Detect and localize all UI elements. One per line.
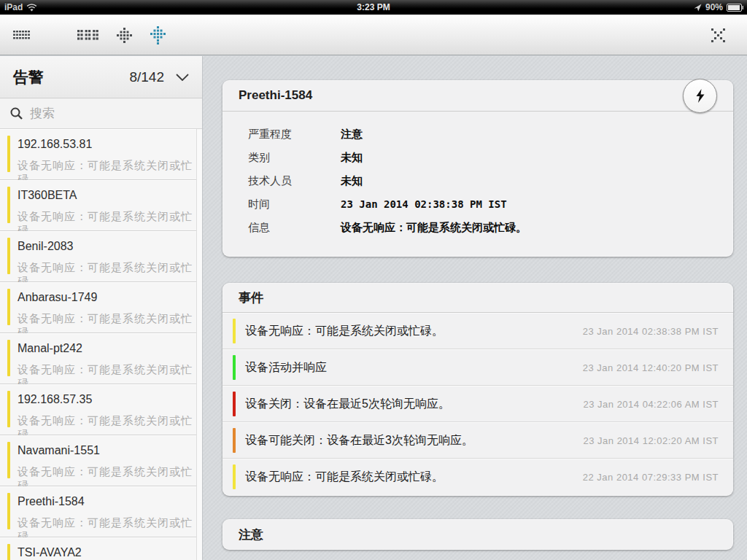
event-list: 设备无响应：可能是系统关闭或忙碌。 23 Jan 2014 02:38:38 P… [222,313,733,495]
device-name: Benil-2083 [18,240,74,253]
notes-card-header: 注意 [222,519,733,550]
field-label: 信息 [248,221,341,235]
notes-title: 注意 [239,526,263,543]
expand-button[interactable] [702,19,734,51]
event-timestamp: 22 Jan 2014 07:29:33 PM IST [583,472,719,483]
event-timestamp: 23 Jan 2014 12:40:20 PM IST [583,362,719,373]
toolbar [0,15,747,55]
event-message: 设备无响应：可能是系统关闭或忙碌。 [245,470,444,485]
severity-bar [7,493,10,529]
topology-view-button[interactable] [142,19,174,51]
device-name: 192.168.53.81 [18,138,92,151]
list-dots-icon [13,31,31,39]
detail-card-header: Preethi-1584 [222,80,733,112]
severity-bar [7,136,10,172]
field-value: 未知 [341,174,363,188]
location-icon [694,4,702,12]
event-severity-bar [233,464,236,489]
device-title: Preethi-1584 [239,88,312,103]
device-name: Navamani-1551 [18,444,100,457]
filter-dropdown-button[interactable] [176,74,189,81]
search-bar [0,98,202,129]
alarm-sidebar: 告警 8/142 192.168.53.81 设备无响应：可能是系统关闭或忙碌。… [0,56,203,560]
detail-field-row: 严重程度 注意 [248,122,733,146]
field-label: 严重程度 [248,128,341,141]
field-value: 未知 [341,151,363,165]
device-name: TSI-AVAYA2 [18,546,82,559]
notes-card[interactable]: 注意 [222,519,733,550]
event-timestamp: 23 Jan 2014 04:22:06 AM IST [583,398,719,409]
device-name: Manal-pt242 [18,342,82,355]
severity-bar [7,442,10,478]
alarm-list-item[interactable]: 192.168.53.81 设备无响应：可能是系统关闭或忙碌。 [0,129,196,180]
search-input[interactable] [30,106,183,121]
chevron-down-icon [176,74,189,81]
event-message: 设备关闭：设备在最近5次轮询无响应。 [245,396,450,411]
status-bar: iPad 3:23 PM 90% [0,0,747,15]
device-name: IT360BETA [18,189,77,202]
lightning-icon [695,89,705,103]
battery-icon [727,4,743,12]
sidebar-scrollbar[interactable] [196,129,202,560]
alarm-list-item[interactable]: Manal-pt242 设备无响应：可能是系统关闭或忙碌。 [0,333,196,384]
detail-fields: 严重程度 注意 类别 未知 技术人员 未知 时间 23 Jan 2014 02:… [222,112,733,239]
alarm-list-item[interactable]: 192.168.57.35 设备无响应：可能是系统关闭或忙碌。 [0,384,196,435]
field-label: 技术人员 [248,174,341,188]
actions-button[interactable] [683,79,717,113]
search-icon [10,107,23,120]
event-message: 设备无响应：可能是系统关闭或忙碌。 [245,323,444,338]
event-timestamp: 23 Jan 2014 12:02:20 AM IST [583,435,719,446]
field-value: 设备无响应：可能是系统关闭或忙碌。 [341,221,527,235]
detail-field-row: 时间 23 Jan 2014 02:38:38 PM IST [248,192,733,216]
alarm-list-item[interactable]: Navamani-1551 设备无响应：可能是系统关闭或忙碌。 [0,435,196,486]
sidebar-header: 告警 8/142 [0,56,202,98]
event-severity-bar [233,355,236,380]
severity-bar [7,340,10,376]
event-severity-bar [233,392,236,416]
alarms-count: 8/142 [129,69,164,85]
clock: 3:23 PM [357,2,390,12]
device-name: 192.168.57.35 [18,393,92,406]
severity-bar [7,544,10,560]
diamond-dots-icon [117,28,132,43]
alarm-list-item[interactable]: Benil-2083 设备无响应：可能是系统关闭或忙碌。 [0,231,196,282]
events-title: 事件 [239,289,263,306]
event-message: 设备可能关闭：设备在最近3次轮询无响应。 [245,432,473,448]
event-severity-bar [233,319,236,343]
field-value: 注意 [341,128,363,141]
event-row: 设备无响应：可能是系统关闭或忙碌。 23 Jan 2014 02:38:38 P… [222,313,733,349]
alarm-detail-card: Preethi-1584 严重程度 注意 类别 未知 技术人员 [222,80,733,257]
main-content: Preethi-1584 严重程度 注意 类别 未知 技术人员 [203,56,747,560]
device-name: Anbarasu-1749 [18,291,97,304]
grid-dots-icon [77,30,98,40]
event-message: 设备活动并响应 [245,359,327,375]
field-label: 类别 [248,151,341,165]
severity-bar [7,289,10,325]
severity-bar [7,187,10,223]
event-row: 设备无响应：可能是系统关闭或忙碌。 22 Jan 2014 07:29:33 P… [222,459,733,495]
grid-view-button[interactable] [71,19,104,51]
event-row: 设备可能关闭：设备在最近3次轮询无响应。 23 Jan 2014 12:02:2… [222,422,733,459]
field-value: 23 Jan 2014 02:38:38 PM IST [341,198,507,210]
alarm-list: 192.168.53.81 设备无响应：可能是系统关闭或忙碌。 IT360BET… [0,129,196,560]
event-severity-bar [233,428,236,453]
events-card: 事件 设备无响应：可能是系统关闭或忙碌。 23 Jan 2014 02:38:3… [222,283,733,496]
battery-percent: 90% [705,2,723,12]
severity-bar [7,391,10,427]
tree-dots-icon [150,26,166,44]
field-label: 时间 [248,198,341,211]
list-view-button[interactable] [6,19,38,51]
alarm-list-item[interactable]: Preethi-1584 设备无响应：可能是系统关闭或忙碌。 [0,486,196,537]
alarm-list-item[interactable]: TSI-AVAYA2 设备无响应：可能是系统关闭或忙碌。 [0,537,196,560]
alarm-list-item[interactable]: Anbarasu-1749 设备无响应：可能是系统关闭或忙碌。 [0,282,196,333]
alarms-title: 告警 [13,67,44,88]
detail-field-row: 技术人员 未知 [248,169,733,192]
detail-field-row: 类别 未知 [248,146,733,169]
events-card-header: 事件 [222,283,733,313]
diamond-view-button[interactable] [108,19,140,51]
severity-bar [7,238,10,274]
alarm-list-item[interactable]: IT360BETA 设备无响应：可能是系统关闭或忙碌。 [0,180,196,231]
device-name: Preethi-1584 [18,495,85,508]
event-row: 设备活动并响应 23 Jan 2014 12:40:20 PM IST [222,349,733,386]
event-row: 设备关闭：设备在最近5次轮询无响应。 23 Jan 2014 04:22:06 … [222,386,733,422]
